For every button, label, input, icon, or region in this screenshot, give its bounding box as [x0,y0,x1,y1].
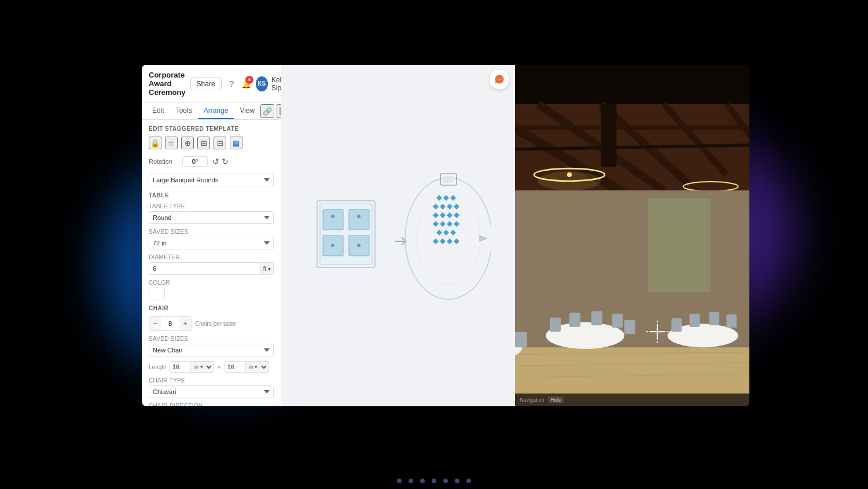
venue-scene: Navigation Hide [515,65,749,406]
stepper-increase[interactable]: + [179,317,191,330]
hide-button[interactable]: Hide [548,396,565,403]
link-icon[interactable]: 🔗 [260,104,274,118]
svg-marker-27 [440,212,446,218]
navigation-arrow [395,238,406,245]
floorplan-canvas[interactable] [306,146,491,325]
svg-point-14 [357,244,361,247]
color-swatch[interactable] [149,288,165,300]
width-input[interactable] [225,361,245,373]
user-avatar: KS [256,76,268,91]
bottom-dots [397,479,471,483]
tab-arrange[interactable]: Arrange [198,103,234,119]
svg-marker-37 [433,238,439,244]
svg-marker-39 [447,238,453,244]
length-input[interactable] [170,361,190,373]
svg-marker-36 [450,230,456,236]
layers-icon[interactable]: ⊞ [197,137,210,149]
bottom-dot-4 [432,479,436,483]
tab-tools[interactable]: Tools [170,103,198,119]
rotation-row: Rotation ↺ ↻ [149,156,274,167]
saved-sizes-group: Saved Sizes 72 in [149,229,274,249]
bottom-dot-1 [397,479,402,483]
svg-point-4 [501,79,502,80]
edit-section-title: EDIT STAGGERED TEMPLATE [149,126,274,132]
svg-rect-92 [726,314,737,328]
panel-content: EDIT STAGGERED TEMPLATE 🔒 ☆ ⊕ ⊞ ⊟ ▦ Rota… [142,120,281,406]
chair-count-input[interactable] [161,318,179,329]
rotate-cw-button[interactable]: ↻ [222,157,229,166]
left-panel: Corporate Award Ceremony Share ? 🔔 4 KS … [142,65,281,406]
svg-point-54 [538,171,601,190]
svg-rect-89 [671,318,682,332]
svg-rect-87 [624,320,635,334]
svg-rect-7 [323,209,343,230]
table-icon[interactable]: ⊕ [181,137,194,149]
notifications-icon[interactable]: 🔔 4 [241,77,252,91]
chair-direction-group: Chair Direction ▲ ▼ ◀ ▶ [149,403,274,406]
chair-type-select[interactable]: Chiavari [149,385,274,398]
diameter-input[interactable] [149,262,260,275]
tab-view[interactable]: View [234,103,260,119]
table-type-select[interactable]: Round [149,211,274,224]
pdf-icon[interactable]: PDF [277,104,281,118]
saved-sizes-select[interactable]: 72 in [149,237,274,249]
large-table-diagram [405,174,491,299]
chair-saved-sizes-select[interactable]: New Chair [149,344,274,356]
diameter-label: Diameter [149,254,274,260]
svg-marker-31 [440,221,446,227]
canvas-area[interactable] [281,65,515,406]
rotate-ccw-button[interactable]: ↺ [212,157,219,166]
tab-edit[interactable]: Edit [146,103,170,119]
stepper-decrease[interactable]: − [149,317,161,330]
nav-tabs: Edit Tools Arrange View 🔗 PDF [142,103,281,120]
svg-marker-22 [433,204,439,209]
chair-saved-sizes-group: Saved Sizes New Chair [149,336,274,356]
table-preset-select[interactable]: Large Banquet Rounds [149,174,274,186]
color-label: Color [149,280,274,286]
svg-marker-28 [447,212,453,218]
svg-rect-84 [569,313,580,327]
length-unit-select[interactable]: in ▾ [190,361,214,373]
chairs-per-label: Chairs per table [195,321,236,327]
app-header: Corporate Award Ceremony Share ? 🔔 4 KS … [142,65,281,103]
main-container: Corporate Award Ceremony Share ? 🔔 4 KS … [142,65,749,406]
grid-icon[interactable]: ▦ [230,137,242,149]
user-name-label: Kelli Sippola [271,76,281,92]
svg-marker-30 [433,221,439,227]
toolbar-icons-row: 🔒 ☆ ⊕ ⊞ ⊟ ▦ [149,137,274,149]
minus-icon[interactable]: ⊟ [214,137,226,149]
table-section-title: TABLE [149,192,274,198]
svg-marker-26 [433,212,439,218]
bottom-dot-2 [409,479,413,483]
3d-navigation-bar: Navigation Hide [515,394,749,406]
svg-point-13 [331,244,334,247]
dimension-x-separator: × [216,364,222,370]
svg-marker-21 [450,195,456,201]
share-button[interactable]: Share [190,78,222,90]
star-icon[interactable]: ☆ [165,137,178,149]
chair-direction-label: Chair Direction [149,403,274,406]
chair-section-title: CHAIR [149,305,274,311]
chair-count-stepper: − + [149,316,192,331]
nav-right-icons: 🔗 PDF [260,103,281,119]
svg-point-15 [405,178,491,299]
rotation-label: Rotation [149,158,178,165]
svg-marker-19 [436,195,442,201]
svg-point-11 [331,215,334,218]
svg-marker-33 [454,221,459,227]
svg-marker-24 [447,204,453,209]
lock-icon[interactable]: 🔒 [149,137,161,149]
svg-rect-85 [591,311,602,325]
chair-type-group: Chair Type Chiavari [149,377,274,398]
table-type-group: Table Type Round [149,203,274,224]
help-icon[interactable]: ? [226,77,238,91]
diameter-unit[interactable]: ft ▾ [260,262,274,275]
rotation-input[interactable] [182,156,208,167]
chat-bubble-button[interactable] [490,69,509,89]
table-type-dropdown-row: Large Banquet Rounds [149,174,274,186]
width-unit-select[interactable]: in ▾ [245,361,269,373]
length-input-group: in ▾ [170,361,214,373]
small-floorplan [317,201,375,267]
svg-marker-25 [454,204,459,209]
svg-marker-29 [454,212,459,218]
